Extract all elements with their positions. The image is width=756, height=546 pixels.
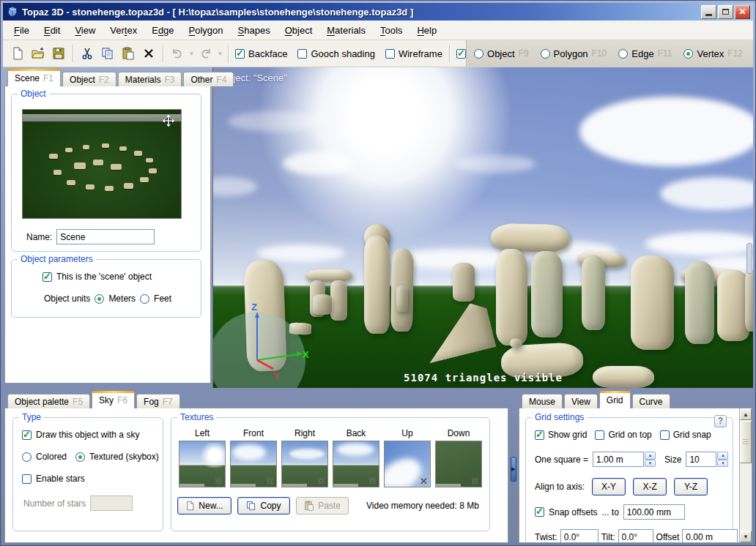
copy-button[interactable] [97, 43, 118, 64]
save-button[interactable] [48, 43, 69, 64]
scene-preview[interactable] [22, 109, 182, 219]
redo-button[interactable] [196, 43, 216, 64]
enable-stars-checkbox[interactable] [22, 474, 32, 484]
title-bar[interactable]: Topaz 3D - stonehenge.topaz3d - [ H:\top… [3, 3, 753, 20]
redo-dropdown-icon[interactable]: ▼ [216, 45, 224, 62]
toggle-backface[interactable]: Backface [235, 48, 287, 59]
mode-object[interactable]: ObjectF9 [474, 48, 529, 59]
toggle-wireframe[interactable]: Wireframe [385, 48, 442, 59]
gooch-checkbox[interactable] [297, 49, 307, 59]
splitter-handle[interactable]: ▶ [511, 457, 516, 482]
delete-texture-icon[interactable] [317, 476, 325, 487]
one-square-input[interactable] [593, 452, 644, 467]
backface-checkbox[interactable] [235, 49, 245, 59]
new-file-button[interactable] [7, 43, 28, 64]
draw-sky-checkbox[interactable] [22, 430, 32, 440]
texture-left-thumbnail[interactable] [179, 441, 226, 487]
draw-sky-toggle[interactable]: Draw this object with a sky [22, 430, 139, 440]
align-xz-button[interactable]: X-Z [633, 478, 667, 495]
texture-up-thumbnail[interactable] [384, 441, 431, 487]
edge-radio[interactable] [618, 49, 628, 59]
tab-scene[interactable]: SceneF1 [7, 69, 61, 86]
offset-input[interactable] [682, 529, 738, 542]
textured-radio[interactable] [75, 452, 85, 462]
paste-texture-button[interactable]: Paste [296, 497, 349, 515]
delete-texture-icon[interactable] [471, 476, 479, 487]
scroll-thumb[interactable] [740, 421, 752, 463]
grid-on-top-checkbox[interactable] [595, 430, 604, 440]
delete-texture-icon[interactable] [368, 476, 377, 487]
tab-object-palette[interactable]: Object paletteF5 [7, 394, 90, 408]
menu-polygon[interactable]: Polygon [182, 23, 230, 38]
tab-other[interactable]: OtherF4 [183, 72, 234, 86]
tab-curve[interactable]: Curve [632, 394, 670, 408]
feet-radio[interactable] [140, 294, 149, 304]
vertex-radio[interactable] [683, 49, 693, 59]
tab-materials[interactable]: MaterialsF3 [118, 72, 182, 86]
viewport-splitter[interactable] [746, 243, 752, 274]
close-button[interactable]: ✕ [735, 5, 750, 19]
tab-sky[interactable]: SkyF6 [92, 391, 135, 408]
animation-checkbox[interactable] [456, 49, 466, 59]
object-radio[interactable] [474, 49, 483, 59]
tab-mouse[interactable]: Mouse [522, 394, 563, 408]
grid-snap-checkbox[interactable] [660, 430, 670, 440]
menu-edit[interactable]: Edit [37, 23, 67, 38]
3d-viewport[interactable]: Z X Y Object: "Scene" 51074 triangles vi… [212, 67, 753, 388]
tab-view[interactable]: View [564, 394, 598, 408]
help-button[interactable]: ? [714, 415, 727, 427]
twist-input[interactable] [560, 529, 598, 542]
delete-texture-icon[interactable] [420, 476, 428, 487]
texture-down-thumbnail[interactable] [435, 441, 482, 487]
align-xy-button[interactable]: X-Y [592, 478, 626, 495]
meters-radio[interactable] [94, 294, 104, 304]
size-input[interactable] [686, 452, 716, 467]
mode-vertex[interactable]: VertexF12 [683, 48, 743, 59]
texture-right-thumbnail[interactable] [281, 441, 328, 487]
delete-button[interactable] [138, 43, 159, 64]
mode-edge[interactable]: EdgeF11 [618, 48, 672, 59]
snap-offsets-checkbox[interactable] [535, 507, 544, 517]
panel-splitter[interactable]: ▶ [508, 391, 519, 543]
menu-shapes[interactable]: Shapes [231, 23, 277, 38]
scene-object-checkbox[interactable] [42, 272, 52, 282]
cut-button[interactable] [77, 43, 97, 64]
minimize-button[interactable] [701, 5, 716, 19]
enable-stars-toggle[interactable]: Enable stars [22, 474, 85, 484]
align-yz-button[interactable]: Y-Z [674, 478, 708, 495]
tab-grid[interactable]: Grid [599, 391, 631, 408]
menu-edge[interactable]: Edge [145, 23, 180, 38]
texture-back-thumbnail[interactable] [333, 441, 379, 487]
menu-view[interactable]: View [68, 23, 102, 38]
menu-tools[interactable]: Tools [374, 23, 409, 38]
name-input[interactable] [56, 229, 155, 244]
grid-panel-scrollbar[interactable]: ▲ ▼ [739, 408, 752, 542]
toggle-gooch-shading[interactable]: Gooch shading [297, 48, 374, 59]
menu-vertex[interactable]: Vertex [103, 23, 144, 38]
size-spinner[interactable]: ▲▼ [717, 452, 728, 467]
menu-materials[interactable]: Materials [320, 23, 372, 38]
menu-help[interactable]: Help [410, 23, 443, 38]
scroll-down-button[interactable]: ▼ [740, 531, 752, 542]
restore-button[interactable] [718, 5, 733, 19]
menu-file[interactable]: File [7, 23, 36, 38]
mode-polygon[interactable]: PolygonF10 [541, 48, 607, 59]
tab-object[interactable]: ObjectF2 [62, 72, 116, 86]
delete-texture-icon[interactable] [215, 476, 223, 487]
colored-radio[interactable] [22, 452, 32, 462]
show-grid-checkbox[interactable] [535, 430, 544, 440]
tilt-input[interactable] [618, 529, 653, 542]
paste-button[interactable] [118, 43, 138, 64]
undo-dropdown-icon[interactable]: ▼ [188, 45, 196, 62]
texture-front-thumbnail[interactable] [230, 441, 277, 487]
delete-texture-icon[interactable] [266, 476, 274, 487]
tab-fog[interactable]: FogF7 [136, 394, 180, 408]
undo-button[interactable] [167, 43, 188, 64]
copy-texture-button[interactable]: Copy [237, 497, 290, 515]
scene-object-toggle[interactable]: This is the 'scene' object [42, 272, 152, 282]
snap-offsets-input[interactable] [623, 504, 685, 520]
menu-object[interactable]: Object [278, 23, 319, 38]
new-texture-button[interactable]: New... [177, 497, 231, 515]
wireframe-checkbox[interactable] [385, 49, 395, 59]
polygon-radio[interactable] [541, 49, 550, 59]
